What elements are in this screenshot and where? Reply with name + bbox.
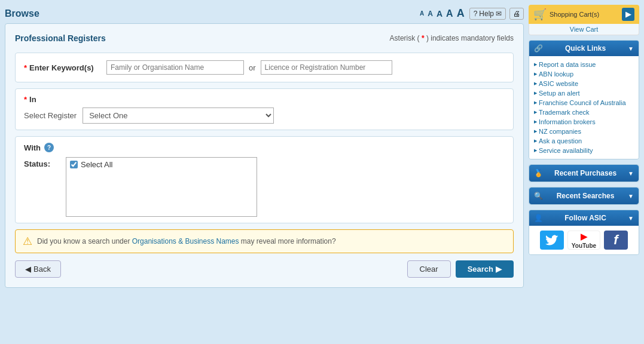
sidebar: 🛒 Shopping Cart(s) ▶ View Cart 🔗 Quick L… — [529, 5, 639, 339]
quick-link-abn[interactable]: ABN lookup — [534, 69, 634, 79]
quick-link-report[interactable]: Report a data issue — [534, 60, 634, 69]
in-label: *In — [24, 95, 505, 104]
form-container: Professional Registers Asterisk ( * ) in… — [5, 23, 524, 288]
buttons-row: ◀ Back Clear Search ▶ — [15, 260, 514, 278]
font-size-btn-3[interactable]: A — [435, 9, 444, 19]
form-title: Professional Registers — [15, 33, 106, 43]
font-size-btn-2[interactable]: A — [426, 10, 434, 18]
quick-link-franchise[interactable]: Franchise Council of Australia — [534, 98, 634, 108]
quick-links-widget: 🔗 Quick Links ▼ Report a data issue ABN … — [529, 40, 639, 159]
licence-number-input[interactable] — [261, 60, 392, 75]
back-button[interactable]: ◀ Back — [15, 260, 61, 278]
quick-links-body: Report a data issue ABN lookup ASIC webs… — [529, 56, 639, 159]
quick-link-ask[interactable]: Ask a question — [534, 136, 634, 146]
cart-bottom: View Cart — [529, 24, 639, 35]
help-button[interactable]: ? Help ✉ — [469, 8, 506, 20]
with-section: With ? Status: Select All — [15, 136, 514, 223]
help-label: Help — [479, 10, 494, 18]
youtube-play-icon: ▶ — [581, 232, 587, 241]
quick-links-icon: 🔗 — [534, 44, 543, 53]
family-name-input[interactable] — [106, 60, 244, 75]
keyword-section: *Enter Keyword(s) or — [15, 53, 514, 82]
with-label: With — [24, 143, 41, 152]
recent-searches-chevron: ▼ — [628, 193, 634, 199]
quick-link-availability[interactable]: Service availability — [534, 146, 634, 155]
facebook-button[interactable]: f — [604, 231, 628, 250]
required-star-in: * — [24, 95, 27, 104]
info-banner: ⚠ Did you know a search under Organisati… — [15, 229, 514, 253]
info-icon: ⚠ — [23, 235, 32, 248]
quick-links-title: Quick Links — [565, 44, 606, 53]
recent-searches-header[interactable]: 🔍 Recent Searches ▼ — [529, 188, 639, 204]
quick-links-header[interactable]: 🔗 Quick Links ▼ — [529, 41, 639, 56]
status-row: Status: Select All — [24, 157, 505, 217]
cart-widget: 🛒 Shopping Cart(s) ▶ View Cart — [529, 5, 639, 35]
recent-searches-icon: 🔍 — [534, 192, 543, 200]
email-icon: ✉ — [496, 10, 502, 18]
print-button[interactable]: 🖨 — [509, 8, 524, 20]
in-section: *In Select Register Select One — [15, 88, 514, 130]
back-arrow-icon: ◀ — [25, 265, 31, 274]
search-button[interactable]: Search ▶ — [456, 260, 514, 278]
info-text: Did you know a search under Organisation… — [37, 237, 336, 245]
right-buttons: Clear Search ▶ — [407, 260, 514, 278]
follow-asic-widget: 👤 Follow ASIC ▼ ▶ YouTube f — [529, 210, 639, 255]
with-header: With ? — [24, 143, 505, 152]
quick-link-trademark[interactable]: Trademark check — [534, 108, 634, 117]
top-actions: A A A A A ? Help ✉ 🖨 — [419, 7, 524, 20]
clear-button[interactable]: Clear — [407, 260, 451, 278]
follow-asic-body: ▶ YouTube f — [529, 226, 639, 254]
font-size-btn-4[interactable]: A — [445, 8, 454, 19]
select-all-label: Select All — [81, 160, 112, 169]
recent-purchases-widget: 🏅 Recent Purchases ▼ — [529, 164, 639, 182]
page-title: Browse — [5, 8, 39, 19]
status-label: Status: — [24, 157, 60, 168]
with-help-icon[interactable]: ? — [44, 143, 54, 152]
required-star: * — [24, 63, 27, 72]
cart-top: 🛒 Shopping Cart(s) ▶ — [529, 5, 639, 24]
recent-purchases-title: Recent Purchases — [554, 169, 616, 177]
keyword-label: *Enter Keyword(s) — [24, 63, 102, 72]
form-header: Professional Registers Asterisk ( * ) in… — [15, 33, 514, 43]
keyword-row: *Enter Keyword(s) or — [24, 60, 505, 75]
quick-link-alert[interactable]: Setup an alert — [534, 88, 634, 98]
cart-left: 🛒 Shopping Cart(s) — [533, 8, 599, 21]
youtube-button[interactable]: ▶ YouTube — [567, 231, 600, 250]
recent-purchases-header[interactable]: 🏅 Recent Purchases ▼ — [529, 165, 639, 182]
quick-link-brokers[interactable]: Information brokers — [534, 117, 634, 127]
quick-link-nz[interactable]: NZ companies — [534, 127, 634, 136]
register-row: Select Register Select One — [24, 108, 505, 124]
recent-searches-title: Recent Searches — [557, 192, 615, 200]
twitter-button[interactable] — [540, 231, 564, 250]
font-size-controls: A A A A A — [419, 7, 466, 20]
follow-asic-icon: 👤 — [534, 214, 543, 222]
info-link[interactable]: Organisations & Business Names — [132, 237, 239, 245]
search-arrow-icon: ▶ — [496, 265, 502, 274]
twitter-icon — [545, 235, 558, 245]
search-label: Search — [468, 265, 493, 274]
question-icon: ? — [474, 10, 478, 18]
cart-label: Shopping Cart(s) — [550, 10, 599, 19]
recent-searches-widget: 🔍 Recent Searches ▼ — [529, 187, 639, 205]
cart-expand-button[interactable]: ▶ — [622, 8, 634, 21]
quick-links-chevron: ▼ — [628, 45, 634, 52]
recent-purchases-icon: 🏅 — [534, 169, 543, 177]
mandatory-note: Asterisk ( * ) indicates mandatory field… — [390, 34, 514, 42]
register-select[interactable]: Select One — [83, 108, 274, 124]
back-label: Back — [33, 265, 51, 274]
follow-asic-header[interactable]: 👤 Follow ASIC ▼ — [529, 210, 639, 226]
view-cart-link[interactable]: View Cart — [534, 26, 634, 33]
or-text: or — [249, 63, 256, 72]
select-all-row: Select All — [70, 160, 253, 169]
follow-asic-title: Follow ASIC — [564, 214, 606, 222]
register-label: Select Register — [24, 111, 77, 120]
follow-asic-chevron: ▼ — [628, 215, 634, 222]
recent-purchases-chevron: ▼ — [628, 170, 634, 177]
status-box[interactable]: Select All — [66, 157, 257, 217]
font-size-btn-5[interactable]: A — [456, 7, 466, 20]
font-size-btn-1[interactable]: A — [419, 10, 425, 17]
youtube-label: YouTube — [572, 242, 596, 249]
cart-icon: 🛒 — [533, 8, 547, 21]
select-all-checkbox[interactable] — [70, 161, 78, 168]
quick-link-asic[interactable]: ASIC website — [534, 79, 634, 88]
